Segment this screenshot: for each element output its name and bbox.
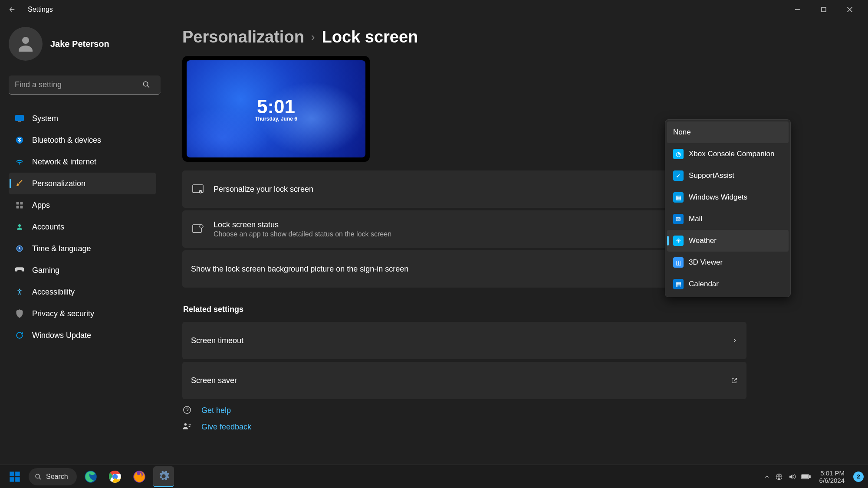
breadcrumb: Personalization › Lock screen	[182, 28, 851, 46]
status-card[interactable]: Lock screen status Choose an app to show…	[182, 210, 746, 248]
dropdown-item-calendar[interactable]: ▦Calendar	[667, 273, 789, 295]
widgets-icon: ▦	[673, 192, 684, 203]
dropdown-item-widgets[interactable]: ▦Windows Widgets	[667, 187, 789, 208]
dropdown-item-weather[interactable]: ☀Weather	[667, 230, 789, 252]
taskbar: Search 5:01 PM 6/6/2024 2	[0, 465, 868, 488]
dropdown-label: Weather	[689, 236, 717, 245]
nav-label: Bluetooth & devices	[32, 136, 101, 145]
nav-label: Personalization	[32, 179, 85, 188]
nav-accessibility[interactable]: Accessibility	[9, 281, 156, 303]
svg-rect-27	[15, 477, 20, 482]
tray-network-icon[interactable]	[775, 473, 783, 481]
give-feedback-link[interactable]: Give feedback	[201, 422, 251, 432]
tray-volume-icon[interactable]	[788, 473, 796, 481]
profile-block[interactable]: Jake Peterson	[9, 27, 156, 61]
clock-icon	[15, 244, 24, 253]
screen-timeout-card[interactable]: Screen timeout	[182, 322, 746, 359]
card-title: Screen timeout	[191, 336, 723, 345]
nav-label: Privacy & security	[32, 309, 94, 318]
signin-bg-card[interactable]: Show the lock screen background picture …	[182, 250, 746, 288]
feedback-link-row: Give feedback	[182, 422, 851, 432]
taskbar-firefox[interactable]	[129, 466, 150, 487]
nav-label: System	[32, 114, 58, 123]
back-button[interactable]	[5, 3, 19, 16]
nav-accounts[interactable]: Accounts	[9, 216, 156, 238]
taskbar-settings[interactable]	[153, 466, 174, 487]
picture-icon	[191, 182, 205, 196]
dropdown-item-xbox[interactable]: ◔Xbox Console Companion	[667, 143, 789, 165]
svg-point-4	[22, 37, 29, 44]
cube-icon: ◫	[673, 257, 684, 268]
screen-saver-card[interactable]: Screen saver	[182, 362, 746, 399]
display-icon	[15, 114, 24, 123]
nav-privacy[interactable]: Privacy & security	[9, 303, 156, 324]
update-icon	[15, 331, 24, 340]
preview-time: 5:01	[257, 96, 295, 118]
shield-icon	[15, 309, 24, 318]
nav-update[interactable]: Windows Update	[9, 324, 156, 346]
person-icon	[15, 222, 24, 232]
svg-rect-7	[15, 115, 24, 121]
tray-battery-icon[interactable]	[801, 474, 811, 480]
calendar-icon: ▦	[673, 279, 684, 289]
apps-icon	[15, 200, 24, 210]
svg-rect-24	[10, 472, 14, 476]
accessibility-icon	[15, 287, 24, 297]
card-title: Screen saver	[191, 376, 722, 385]
status-icon	[191, 222, 205, 236]
nav-list: System Bluetooth & devices Network & int…	[9, 108, 156, 346]
close-button[interactable]	[837, 0, 863, 19]
dropdown-item-supportassist[interactable]: ✓SupportAssist	[667, 165, 789, 187]
dropdown-label: Mail	[689, 215, 702, 223]
chevron-right-icon: ›	[311, 30, 315, 44]
svg-rect-12	[16, 206, 19, 209]
maximize-button[interactable]	[811, 0, 837, 19]
bluetooth-icon	[15, 135, 24, 145]
status-app-dropdown[interactable]: None ◔Xbox Console Companion ✓SupportAss…	[665, 119, 791, 297]
taskbar-search[interactable]: Search	[29, 468, 77, 485]
card-title: Personalize your lock screen	[214, 185, 703, 194]
get-help-link[interactable]: Get help	[201, 406, 231, 415]
minimize-button[interactable]	[785, 0, 811, 19]
tray-time: 5:01 PM	[819, 469, 845, 477]
dropdown-item-none[interactable]: None	[667, 121, 789, 143]
nav-system[interactable]: System	[9, 108, 156, 129]
nav-gaming[interactable]: Gaming	[9, 259, 156, 281]
nav-apps[interactable]: Apps	[9, 194, 156, 216]
svg-point-16	[19, 289, 20, 290]
nav-personalization[interactable]: Personalization	[9, 173, 156, 194]
taskbar-edge[interactable]	[80, 466, 101, 487]
svg-rect-25	[15, 472, 20, 476]
dropdown-item-3dviewer[interactable]: ◫3D Viewer	[667, 252, 789, 273]
feedback-icon	[182, 422, 193, 432]
svg-rect-13	[20, 206, 23, 209]
dropdown-label: Windows Widgets	[689, 193, 747, 202]
gamepad-icon	[15, 265, 24, 275]
start-button[interactable]	[4, 466, 25, 487]
svg-point-14	[18, 224, 21, 227]
dropdown-item-mail[interactable]: ✉Mail	[667, 208, 789, 230]
nav-label: Time & language	[32, 244, 91, 253]
nav-time[interactable]: Time & language	[9, 238, 156, 259]
breadcrumb-category[interactable]: Personalization	[182, 28, 304, 46]
tray-overflow-icon[interactable]	[764, 474, 770, 480]
nav-bluetooth[interactable]: Bluetooth & devices	[9, 129, 156, 151]
personalize-card[interactable]: Personalize your lock screen Win	[182, 170, 746, 208]
search-icon	[35, 473, 42, 480]
svg-rect-36	[809, 475, 810, 478]
nav-network[interactable]: Network & internet	[9, 151, 156, 173]
preview-date: Thursday, June 6	[255, 116, 297, 122]
taskbar-chrome[interactable]	[105, 466, 125, 487]
user-name: Jake Peterson	[50, 39, 109, 49]
svg-rect-37	[802, 475, 808, 478]
notification-badge[interactable]: 2	[853, 472, 864, 482]
svg-rect-11	[20, 202, 23, 205]
svg-line-29	[39, 478, 41, 479]
wifi-icon	[15, 157, 24, 167]
dropdown-label: Calendar	[689, 280, 719, 288]
svg-line-6	[147, 85, 149, 88]
tray-clock[interactable]: 5:01 PM 6/6/2024	[819, 469, 845, 484]
search-input[interactable]	[9, 75, 161, 95]
svg-point-22	[184, 406, 191, 414]
dropdown-label: None	[673, 128, 691, 137]
